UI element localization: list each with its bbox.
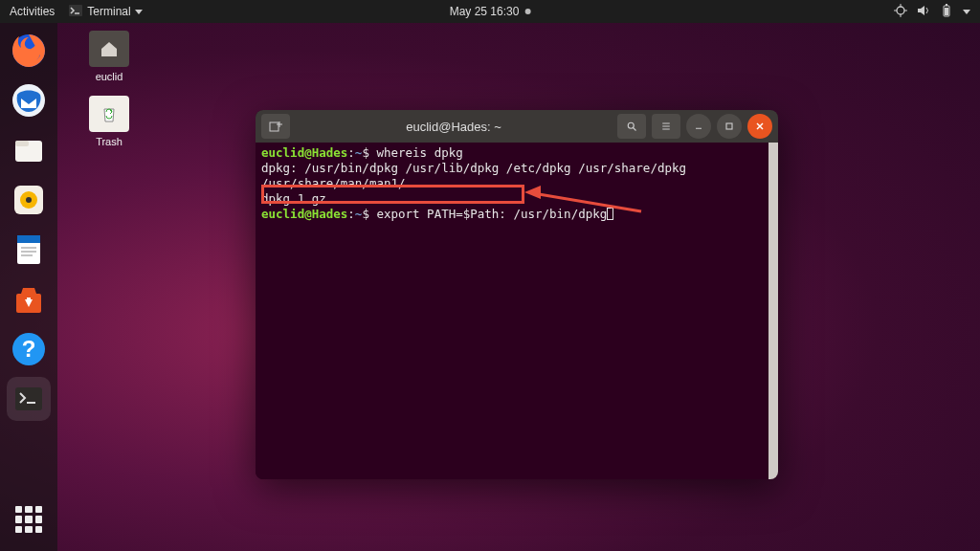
svg-marker-7 [918,6,924,15]
dock-software[interactable] [7,277,51,321]
show-applications-button[interactable] [7,497,51,541]
svg-rect-29 [270,122,278,131]
dock-firefox[interactable] [7,29,51,73]
app-menu[interactable]: Terminal [68,3,142,21]
terminal-window: euclid@Hades: ~ euclid@Hades:~$ whereis … [256,110,778,479]
terminal-body[interactable]: euclid@Hades:~$ whereis dpkg dpkg: /usr/… [256,143,778,479]
terminal-output-1: dpkg: /usr/bin/dpkg /usr/lib/dpkg /etc/d… [261,161,772,191]
svg-rect-38 [726,123,732,129]
trash-icon [89,96,129,132]
svg-rect-19 [17,235,40,243]
scrollbar[interactable] [768,143,778,479]
desktop-trash-label: Trash [80,136,138,147]
prompt-userhost: euclid@Hades [261,145,347,160]
apps-grid-icon [15,506,42,533]
home-folder-icon [89,31,129,67]
hamburger-menu-button[interactable] [652,114,680,139]
network-icon[interactable] [894,4,907,20]
svg-rect-0 [69,5,82,16]
clock[interactable]: May 25 16:30 [450,5,531,18]
top-bar: Activities Terminal May 25 16:30 [0,0,980,23]
dock-help[interactable]: ? [7,327,51,371]
terminal-titlebar[interactable]: euclid@Hades: ~ [256,110,778,143]
datetime-label: May 25 16:30 [450,5,520,18]
chevron-down-icon [135,10,143,14]
command-2: export PATH=$Path: /usr/bin/dpkg [376,207,607,221]
terminal-icon [68,3,83,21]
dock-writer[interactable] [7,228,51,272]
svg-point-2 [897,7,904,14]
system-menu-chevron-icon[interactable] [963,10,970,14]
svg-rect-27 [15,387,42,410]
svg-point-32 [628,122,634,128]
command-1: whereis dpkg [376,145,462,160]
desktop-home-label: euclid [80,71,138,82]
new-tab-button[interactable] [261,114,290,139]
terminal-line-2: euclid@Hades:~$ export PATH=$Path: /usr/… [261,207,772,222]
terminal-line-1: euclid@Hades:~$ whereis dpkg [261,145,772,161]
app-menu-label: Terminal [87,5,130,18]
desktop-home-folder[interactable]: euclid [80,31,138,82]
dock-rhythmbox[interactable] [7,178,51,222]
search-button[interactable] [617,114,646,139]
terminal-output-1b: dpkg.1.gz [261,191,772,207]
svg-text:?: ? [22,336,36,362]
maximize-button[interactable] [717,114,742,139]
close-button[interactable] [747,114,772,139]
svg-rect-10 [945,8,948,15]
dock-files[interactable] [7,128,51,172]
volume-icon[interactable] [917,4,930,20]
terminal-title: euclid@Hades: ~ [296,120,612,134]
battery-icon[interactable] [940,4,953,20]
svg-rect-9 [946,4,947,6]
svg-rect-14 [15,141,29,146]
dock: ? [0,23,57,551]
prompt-userhost: euclid@Hades [261,207,347,221]
dock-thunderbird[interactable] [7,78,51,122]
desktop-trash[interactable]: Trash [80,96,138,147]
minimize-button[interactable] [686,114,711,139]
notification-dot-icon [524,9,530,14]
svg-rect-24 [27,298,31,300]
dock-terminal[interactable] [7,377,51,421]
cursor-icon [607,208,613,220]
activities-button[interactable]: Activities [10,5,55,18]
svg-line-33 [634,128,636,131]
svg-point-17 [26,197,32,203]
